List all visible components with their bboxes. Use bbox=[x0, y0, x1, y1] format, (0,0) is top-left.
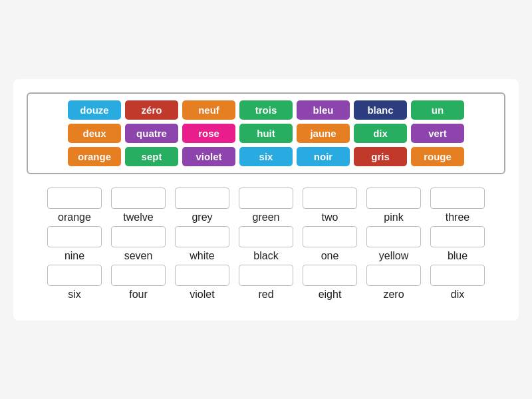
drop-box-green[interactable] bbox=[239, 188, 293, 209]
french-word-jaune[interactable]: jaune bbox=[297, 124, 350, 143]
main-container: douzezéroneuftroisbleublancundeuxquatrer… bbox=[13, 79, 519, 321]
english-label-dix: dix bbox=[451, 289, 464, 301]
drop-box-nine[interactable] bbox=[47, 226, 102, 247]
drop-box-twelve[interactable] bbox=[111, 188, 166, 209]
english-label-twelve: twelve bbox=[123, 211, 153, 223]
french-word-dix[interactable]: dix bbox=[354, 124, 407, 143]
drop-box-black[interactable] bbox=[239, 226, 293, 247]
match-section: orangetwelvegreygreentwopinkthreeninesev… bbox=[27, 188, 505, 301]
english-label-eight: eight bbox=[319, 289, 342, 301]
english-label-zero: zero bbox=[383, 289, 404, 301]
drop-box-zero[interactable] bbox=[366, 265, 421, 286]
word-bank-row-0: douzezéroneuftroisbleublancun bbox=[35, 100, 497, 120]
match-row-2: sixfourvioletredeightzerodix bbox=[27, 265, 505, 301]
word-bank-row-2: orangeseptvioletsixnoirgrisrouge bbox=[35, 147, 497, 166]
drop-box-eight[interactable] bbox=[303, 265, 357, 286]
drop-box-three[interactable] bbox=[430, 188, 485, 209]
english-label-one: one bbox=[321, 250, 339, 262]
match-item-eight: eight bbox=[300, 265, 360, 301]
french-word-rose[interactable]: rose bbox=[182, 124, 235, 143]
match-row-1: ninesevenwhiteblackoneyellowblue bbox=[27, 226, 505, 262]
french-word-bleu[interactable]: bleu bbox=[297, 100, 350, 120]
drop-box-pink[interactable] bbox=[366, 188, 421, 209]
match-item-orange: orange bbox=[45, 188, 104, 223]
match-item-yellow: yellow bbox=[364, 226, 424, 262]
english-label-green: green bbox=[253, 211, 280, 223]
english-label-four: four bbox=[129, 289, 148, 301]
drop-box-seven[interactable] bbox=[111, 226, 166, 247]
word-bank-row-1: deuxquatrerosehuitjaunedixvert bbox=[35, 124, 497, 143]
french-word-douze[interactable]: douze bbox=[68, 100, 121, 120]
english-label-yellow: yellow bbox=[379, 250, 408, 262]
french-word-vert[interactable]: vert bbox=[411, 124, 464, 143]
match-item-twelve: twelve bbox=[108, 188, 168, 223]
match-item-six: six bbox=[45, 265, 104, 301]
english-label-blue: blue bbox=[448, 250, 467, 262]
match-item-violet: violet bbox=[172, 265, 232, 301]
drop-box-violet[interactable] bbox=[175, 265, 229, 286]
match-item-four: four bbox=[108, 265, 168, 301]
match-row-0: orangetwelvegreygreentwopinkthree bbox=[27, 188, 505, 223]
match-item-zero: zero bbox=[364, 265, 424, 301]
french-word-trois[interactable]: trois bbox=[239, 100, 293, 120]
french-word-neuf[interactable]: neuf bbox=[182, 100, 235, 120]
match-item-seven: seven bbox=[108, 226, 168, 262]
drop-box-two[interactable] bbox=[303, 188, 357, 209]
match-item-two: two bbox=[300, 188, 360, 223]
match-item-pink: pink bbox=[364, 188, 424, 223]
match-item-blue: blue bbox=[428, 226, 487, 262]
drop-box-dix[interactable] bbox=[430, 265, 485, 286]
french-word-deux[interactable]: deux bbox=[68, 124, 121, 143]
english-label-seven: seven bbox=[124, 250, 153, 262]
english-label-two: two bbox=[322, 211, 338, 223]
drop-box-grey[interactable] bbox=[175, 188, 229, 209]
match-item-white: white bbox=[172, 226, 232, 262]
word-bank: douzezéroneuftroisbleublancundeuxquatrer… bbox=[27, 92, 505, 174]
match-item-nine: nine bbox=[45, 226, 104, 262]
french-word-violet[interactable]: violet bbox=[182, 147, 235, 166]
drop-box-orange[interactable] bbox=[47, 188, 102, 209]
french-word-quatre[interactable]: quatre bbox=[125, 124, 178, 143]
drop-box-blue[interactable] bbox=[430, 226, 485, 247]
french-word-sept[interactable]: sept bbox=[125, 147, 178, 166]
french-word-zéro[interactable]: zéro bbox=[125, 100, 178, 120]
english-label-white: white bbox=[190, 250, 214, 262]
drop-box-four[interactable] bbox=[111, 265, 166, 286]
french-word-orange[interactable]: orange bbox=[68, 147, 121, 166]
english-label-three: three bbox=[446, 211, 469, 223]
match-item-red: red bbox=[236, 265, 296, 301]
english-label-violet: violet bbox=[190, 289, 214, 301]
english-label-orange: orange bbox=[58, 211, 91, 223]
match-item-dix: dix bbox=[428, 265, 487, 301]
drop-box-red[interactable] bbox=[239, 265, 293, 286]
french-word-six[interactable]: six bbox=[239, 147, 293, 166]
french-word-rouge[interactable]: rouge bbox=[411, 147, 464, 166]
drop-box-white[interactable] bbox=[175, 226, 229, 247]
english-label-nine: nine bbox=[65, 250, 84, 262]
match-item-black: black bbox=[236, 226, 296, 262]
drop-box-yellow[interactable] bbox=[366, 226, 421, 247]
match-item-one: one bbox=[300, 226, 360, 262]
english-label-six: six bbox=[68, 289, 81, 301]
english-label-grey: grey bbox=[192, 211, 212, 223]
match-item-three: three bbox=[428, 188, 487, 223]
english-label-pink: pink bbox=[384, 211, 403, 223]
french-word-noir[interactable]: noir bbox=[297, 147, 350, 166]
french-word-huit[interactable]: huit bbox=[239, 124, 293, 143]
english-label-red: red bbox=[258, 289, 273, 301]
french-word-un[interactable]: un bbox=[411, 100, 464, 120]
drop-box-six[interactable] bbox=[47, 265, 102, 286]
drop-box-one[interactable] bbox=[303, 226, 357, 247]
match-item-green: green bbox=[236, 188, 296, 223]
french-word-gris[interactable]: gris bbox=[354, 147, 407, 166]
match-item-grey: grey bbox=[172, 188, 232, 223]
french-word-blanc[interactable]: blanc bbox=[354, 100, 407, 120]
english-label-black: black bbox=[253, 250, 278, 262]
